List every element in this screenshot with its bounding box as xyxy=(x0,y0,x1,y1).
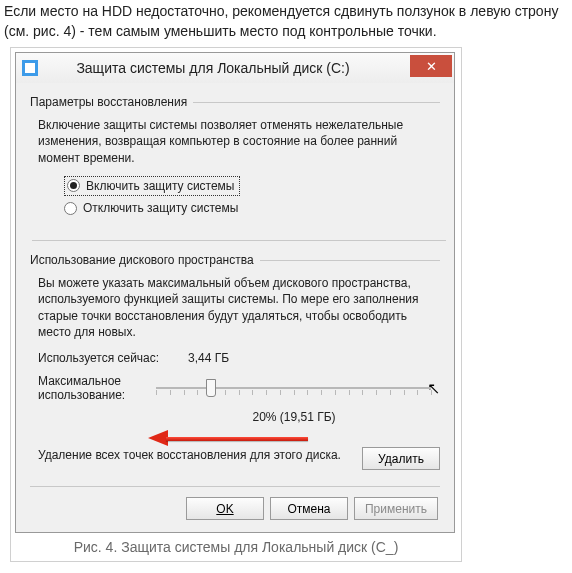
current-usage-value: 3,44 ГБ xyxy=(188,350,229,366)
slider-value-text: 20% (19,51 ГБ) xyxy=(148,409,440,425)
close-icon: ✕ xyxy=(426,60,437,73)
max-usage-slider[interactable] xyxy=(156,379,431,397)
ok-button[interactable]: OK xyxy=(186,497,264,520)
restore-params-desc: Включение защиты системы позволяет отмен… xyxy=(38,117,440,166)
dialog-titlebar: Защита системы для Локальный диск (C:) ✕ xyxy=(16,53,454,83)
cancel-button[interactable]: Отмена xyxy=(270,497,348,520)
app-icon xyxy=(22,60,38,76)
disk-usage-header: Использование дискового пространства xyxy=(30,253,440,267)
page-intro-text: Если место на HDD недостаточно, рекоменд… xyxy=(0,0,572,47)
radio-icon xyxy=(64,202,77,215)
disk-usage-desc: Вы можете указать максимальный объем дис… xyxy=(38,275,440,340)
system-protection-dialog: Защита системы для Локальный диск (C:) ✕… xyxy=(15,52,455,533)
figure-caption: Рис. 4. Защита системы для Локальный дис… xyxy=(15,533,457,557)
delete-button[interactable]: Удалить xyxy=(362,447,440,470)
annotation-arrow xyxy=(148,431,308,445)
restore-params-header: Параметры восстановления xyxy=(30,95,440,109)
group-separator xyxy=(32,240,446,241)
current-usage-label: Используется сейчас: xyxy=(38,350,188,366)
close-button[interactable]: ✕ xyxy=(410,55,452,77)
figure-container: Защита системы для Локальный диск (C:) ✕… xyxy=(10,47,462,562)
radio-enable-label: Включить защиту системы xyxy=(86,178,235,194)
footer-separator xyxy=(30,486,440,487)
dialog-title: Защита системы для Локальный диск (C:) xyxy=(46,60,410,76)
radio-icon xyxy=(67,179,80,192)
radio-disable-label: Отключить защиту системы xyxy=(83,200,238,216)
max-usage-label: Максимальное использование: xyxy=(38,374,150,403)
slider-thumb[interactable] xyxy=(206,379,216,397)
apply-button[interactable]: Применить xyxy=(354,497,438,520)
delete-restore-points-text: Удаление всех точек восстановления для э… xyxy=(38,447,350,463)
radio-enable-protection[interactable]: Включить защиту системы xyxy=(64,176,440,196)
radio-disable-protection[interactable]: Отключить защиту системы xyxy=(64,200,440,216)
